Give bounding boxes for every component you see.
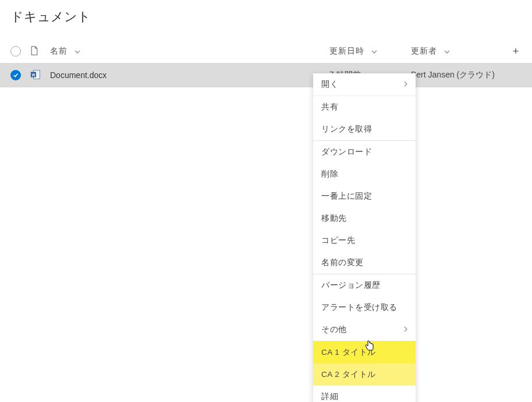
chevron-right-icon xyxy=(404,81,407,87)
file-author: Bert Jansen (クラウド) xyxy=(411,70,510,80)
column-author[interactable]: 更新者 xyxy=(411,46,510,57)
chevron-down-icon xyxy=(444,47,450,56)
file-name[interactable]: Document.docx xyxy=(50,70,329,80)
word-file-icon: W xyxy=(30,69,41,82)
select-all-toggle[interactable] xyxy=(10,46,21,57)
column-modified-label: 更新日時 xyxy=(329,46,364,57)
chevron-down-icon xyxy=(75,47,80,56)
list-header: 名前 更新日時 更新者 + xyxy=(0,40,532,63)
menu-open[interactable]: 開く xyxy=(313,73,416,87)
add-column-button[interactable]: + xyxy=(510,45,522,58)
row-select-checkbox[interactable] xyxy=(10,70,21,80)
file-type-icon-header xyxy=(30,46,41,57)
file-row[interactable]: W Document.docx 7 時間前 Bert Jansen (クラウド) xyxy=(0,63,532,87)
chevron-down-icon xyxy=(371,47,377,56)
page-title: ドキュメント xyxy=(0,0,532,40)
column-author-label: 更新者 xyxy=(411,46,437,57)
menu-open-label: 開く xyxy=(321,79,338,87)
column-name-label: 名前 xyxy=(50,46,68,57)
context-menu: 開く 共有 リンクを取得 ダウンロード 削除 一番上に固定 移動先 コピー先 名… xyxy=(313,73,416,87)
column-modified[interactable]: 更新日時 xyxy=(329,46,411,57)
svg-text:W: W xyxy=(31,72,35,76)
column-name[interactable]: 名前 xyxy=(50,46,329,57)
